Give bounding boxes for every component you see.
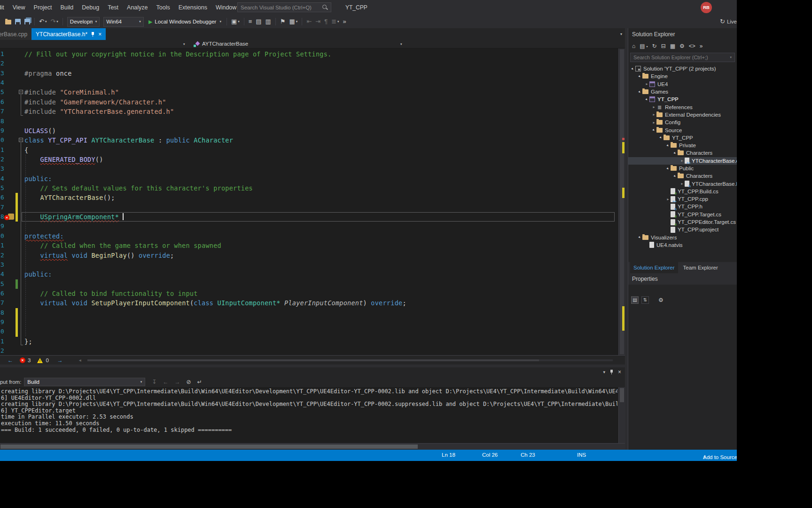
member-dropdown-chevron-icon[interactable]: ▾ (400, 42, 402, 46)
save-button[interactable] (13, 16, 23, 27)
save-all-button[interactable] (23, 16, 32, 27)
search-input[interactable]: Search Visual Studio (Ctrl+Q) (237, 2, 331, 12)
tab-solution-explorer[interactable]: Solution Explorer (630, 262, 678, 273)
tree-item-visualizers[interactable]: ▸Visualizers (628, 234, 737, 241)
code-line[interactable]: 6 AYTCharacterBase(); (0, 193, 618, 202)
output-log[interactable]: creating library D:\Projects\UE4\YT_CPP\… (0, 387, 625, 443)
line-number[interactable]: 1 (0, 241, 4, 250)
tree-item-characters[interactable]: ▸Characters (628, 149, 737, 157)
tree-item-yt-cpp-cpp[interactable]: ▸YT_CPP.cpp (628, 195, 737, 203)
status-line[interactable]: Ln 18 (442, 452, 455, 458)
expand-arrow-icon[interactable]: ▸ (651, 105, 656, 109)
next-issue-button[interactable]: → (57, 357, 63, 364)
code-line[interactable]: 6 // Called to bind functionality to inp… (0, 289, 618, 298)
line-number[interactable]: 6 (0, 289, 4, 298)
tree-item-engine[interactable]: ▸Engine (628, 72, 737, 80)
start-debugging-button[interactable]: ▶ Local Windows Debugger ▾ (148, 19, 221, 25)
pin-icon[interactable] (91, 32, 95, 37)
line-number[interactable]: 0 (0, 327, 4, 336)
attach-icon[interactable]: ▣▾ (229, 16, 242, 27)
tree-item-references[interactable]: ▸≣References (628, 103, 737, 111)
uncomment-icon[interactable]: ≣▾ (329, 16, 341, 27)
tree-item-solution-yt-cpp-2-projects[interactable]: ▸Solution 'YT_CPP' (2 projects) (628, 65, 737, 72)
tree-item-ytcharacterbase-cpp[interactable]: ▸YTCharacterBase.cpp (628, 157, 737, 165)
menu-build[interactable]: Build (56, 0, 78, 15)
tab-list-chevron-icon[interactable]: ▾ (620, 32, 622, 36)
line-number[interactable]: 1 (0, 145, 4, 155)
tree-item-public[interactable]: ▸Public (628, 165, 737, 172)
output-source-dropdown[interactable]: Build ▾ (24, 378, 145, 386)
previous-message-icon[interactable]: ← (163, 379, 168, 385)
code-line[interactable]: 0−class YT_CPP_API AYTCharacterBase : pu… (0, 135, 618, 145)
code-line[interactable]: 5−#include "CoreMinimal.h" (0, 87, 618, 97)
line-number[interactable]: 5 (0, 279, 4, 289)
close-icon[interactable]: × (618, 369, 621, 375)
code-line[interactable]: 1 // Called when the game starts or when… (0, 241, 618, 250)
scrollbar-thumb[interactable] (0, 444, 418, 449)
expand-arrow-icon[interactable]: ▸ (679, 159, 685, 163)
live-share-button[interactable]: ↻ Live Share (720, 15, 737, 28)
structure-icon[interactable]: ▤ (254, 16, 263, 27)
tree-item-yt-cpp-h[interactable]: YT_CPP.h (628, 203, 737, 210)
account-avatar[interactable]: RB (701, 2, 712, 13)
tree-item-config[interactable]: ▸Config (628, 119, 737, 126)
line-number[interactable]: 6 (0, 97, 4, 107)
menu-project[interactable]: Project (30, 0, 56, 15)
code-line[interactable]: 2 (0, 346, 618, 355)
line-number[interactable]: 5 (0, 87, 4, 97)
code-line[interactable]: 0 (0, 327, 618, 336)
fold-collapse-icon[interactable]: − (19, 138, 23, 142)
class-dropdown[interactable]: AYTCharacterBase (202, 41, 248, 47)
line-number[interactable]: 9 (0, 318, 4, 327)
switch-views-icon[interactable]: ▤ (640, 43, 645, 49)
line-number[interactable]: 1 (0, 337, 4, 346)
output-vertical-scrollbar[interactable] (618, 387, 625, 443)
tree-item-external-dependencies[interactable]: ▸External Dependencies (628, 111, 737, 119)
line-number[interactable]: 6 (0, 193, 4, 202)
line-number[interactable]: 8 (0, 117, 4, 126)
expand-arrow-icon[interactable]: ▸ (665, 197, 671, 201)
scope-dropdown-chevron-icon[interactable]: ▾ (183, 42, 185, 46)
line-number[interactable]: 7 (0, 107, 4, 116)
output-horizontal-scrollbar[interactable] (0, 443, 625, 450)
scrollbar-thumb[interactable] (87, 359, 539, 361)
next-message-icon[interactable]: → (174, 379, 180, 385)
window-position-chevron-icon[interactable]: ▾ (603, 370, 605, 374)
bookmark-icon[interactable]: ⚑ (278, 16, 288, 27)
code-line[interactable]: 8× USpringArmComponent* (0, 212, 618, 222)
code-line[interactable]: 7 virtual void SetupPlayerInputComponent… (0, 298, 618, 308)
alphabetical-icon[interactable]: ⇅ (641, 296, 649, 304)
tree-item-ue4[interactable]: ▸UE4 (628, 80, 737, 88)
menu-window[interactable]: Window (211, 0, 241, 15)
tree-item-ytcharacterbase-h[interactable]: ▸YTCharacterBase.h (628, 180, 737, 187)
pin-icon[interactable] (609, 369, 614, 375)
tree-item-yt-cpp[interactable]: ▸YT_CPP (628, 134, 737, 142)
tree-item-source[interactable]: ▸Source (628, 126, 737, 134)
line-number[interactable]: 2 (0, 251, 4, 260)
tab-ytcharacterbase-cpp[interactable]: YTCharacterBase.cpp (0, 28, 31, 40)
find-message-icon[interactable]: ↧ (152, 379, 156, 385)
code-line[interactable]: 4 (0, 78, 618, 87)
solution-explorer-search-input[interactable]: Search Solution Explorer (Ctrl+;) ▾ (630, 53, 735, 62)
code-line[interactable]: 1{ (0, 145, 618, 155)
tree-item-private[interactable]: ▸Private (628, 142, 737, 149)
hierarchy-icon[interactable]: ▥ (264, 16, 273, 27)
indent-icon[interactable]: ⇤ (304, 16, 313, 27)
menu-view[interactable]: View (8, 0, 30, 15)
code-line[interactable]: 1}; (0, 337, 618, 346)
expand-arrow-icon[interactable]: ▸ (644, 82, 649, 86)
line-number[interactable]: 8 (0, 308, 4, 318)
code-line[interactable]: 3 (0, 260, 618, 270)
line-number[interactable]: 4 (0, 78, 4, 87)
collapse-all-icon[interactable]: ⊟ (661, 43, 666, 49)
line-number[interactable]: 0 (0, 135, 4, 145)
open-file-button[interactable] (3, 16, 13, 27)
status-insert-mode[interactable]: INS (577, 452, 586, 458)
code-line[interactable]: 9UCLASS() (0, 126, 618, 135)
show-all-files-icon[interactable]: ▦ (670, 43, 675, 49)
previous-issue-button[interactable]: ← (8, 357, 13, 364)
tree-item-yt-cpp-uproject[interactable]: YT_CPP.uproject (628, 226, 737, 233)
line-number[interactable]: 7 (0, 203, 4, 212)
code-line[interactable]: 4public: (0, 270, 618, 279)
code-line[interactable]: 2 (0, 59, 618, 68)
